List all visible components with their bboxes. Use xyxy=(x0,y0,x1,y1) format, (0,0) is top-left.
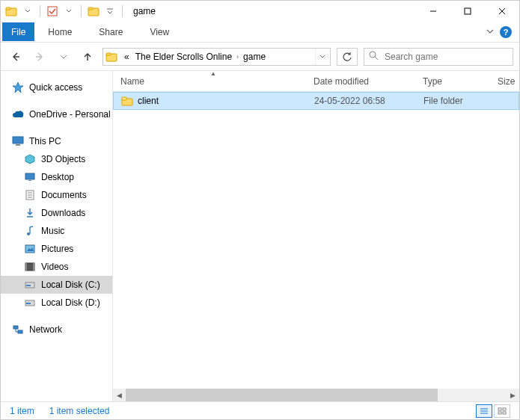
qat-dropdown-icon[interactable] xyxy=(103,4,117,19)
horizontal-scrollbar[interactable]: ◀ ▶ xyxy=(113,389,519,401)
help-icon[interactable]: ? xyxy=(500,26,512,38)
tree-local-disk-d[interactable]: Local Disk (D:) xyxy=(1,294,112,312)
svg-rect-7 xyxy=(465,8,471,14)
tree-music[interactable]: Music xyxy=(1,222,112,240)
tree-label: Downloads xyxy=(41,208,85,218)
search-input[interactable] xyxy=(383,51,508,63)
svg-rect-34 xyxy=(26,285,31,286)
tree-pictures[interactable]: Pictures xyxy=(1,240,112,258)
title-bar: game xyxy=(1,1,519,22)
tree-downloads[interactable]: Downloads xyxy=(1,204,112,222)
file-tab[interactable]: File xyxy=(2,22,34,41)
column-name[interactable]: Name xyxy=(120,76,313,87)
video-icon xyxy=(23,260,37,274)
svg-marker-19 xyxy=(25,155,34,164)
scroll-right-icon[interactable]: ▶ xyxy=(507,389,519,401)
scroll-thumb[interactable] xyxy=(126,389,438,401)
svg-rect-13 xyxy=(106,53,111,55)
music-icon xyxy=(23,224,37,238)
onedrive[interactable]: OneDrive - Personal xyxy=(1,105,112,123)
up-button[interactable] xyxy=(79,48,97,66)
svg-rect-2 xyxy=(48,7,57,16)
svg-point-14 xyxy=(370,52,376,58)
properties-icon[interactable] xyxy=(45,4,60,19)
svg-rect-17 xyxy=(13,137,23,143)
chevron-down-icon[interactable] xyxy=(20,4,35,19)
back-button[interactable] xyxy=(7,48,25,66)
search-box[interactable] xyxy=(364,48,513,66)
tab-view[interactable]: View xyxy=(136,22,183,41)
tab-home[interactable]: Home xyxy=(34,22,85,41)
breadcrumb[interactable]: game xyxy=(240,49,269,65)
svg-rect-47 xyxy=(503,412,506,414)
window-title: game xyxy=(133,6,156,16)
forward-button[interactable] xyxy=(31,48,49,66)
star-icon xyxy=(11,81,25,94)
tree-label: Local Disk (C:) xyxy=(41,280,100,290)
svg-rect-1 xyxy=(6,7,10,10)
address-bar[interactable]: « The Elder Scrolls Online › game xyxy=(103,48,331,66)
tree-label: Music xyxy=(41,226,64,236)
tree-documents[interactable]: Documents xyxy=(1,186,112,204)
pc-icon xyxy=(11,135,25,148)
quick-access[interactable]: Quick access xyxy=(1,78,112,96)
breadcrumb-truncated[interactable]: « xyxy=(121,49,132,65)
svg-marker-16 xyxy=(13,82,23,93)
tree-label: 3D Objects xyxy=(41,154,85,164)
tree-label: OneDrive - Personal xyxy=(29,109,111,120)
cloud-icon xyxy=(11,108,25,121)
scroll-track[interactable] xyxy=(126,389,507,401)
file-date: 24-05-2022 06:58 xyxy=(314,96,423,106)
svg-rect-44 xyxy=(498,408,501,410)
breadcrumb[interactable]: The Elder Scrolls Online xyxy=(132,49,235,65)
selected-count: 1 item selected xyxy=(49,406,110,416)
ribbon-tabs: File Home Share View ? xyxy=(1,22,519,43)
minimize-button[interactable] xyxy=(416,1,450,22)
search-icon xyxy=(369,51,379,63)
divider xyxy=(122,5,123,17)
tree-label: Quick access xyxy=(29,82,82,93)
column-type[interactable]: Type xyxy=(423,76,498,87)
svg-rect-45 xyxy=(503,408,506,410)
divider xyxy=(81,5,82,17)
close-button[interactable] xyxy=(485,1,519,22)
tab-share[interactable]: Share xyxy=(85,22,136,41)
maximize-button[interactable] xyxy=(450,1,485,22)
svg-rect-37 xyxy=(13,326,18,329)
svg-rect-20 xyxy=(25,173,34,179)
ribbon-expand-icon[interactable] xyxy=(486,27,494,37)
folder-icon xyxy=(105,50,118,64)
tree-label: Videos xyxy=(41,262,68,272)
svg-rect-32 xyxy=(33,263,34,271)
chevron-down-icon[interactable] xyxy=(61,4,76,19)
address-dropdown-icon[interactable] xyxy=(315,49,328,65)
icons-view-button[interactable] xyxy=(494,404,510,418)
this-pc[interactable]: This PC xyxy=(1,132,112,150)
details-view-button[interactable] xyxy=(476,404,492,418)
folder-icon xyxy=(121,96,133,106)
picture-icon xyxy=(23,242,37,256)
svg-line-15 xyxy=(375,57,378,60)
disk-icon xyxy=(23,278,37,291)
tree-network[interactable]: Network xyxy=(1,321,112,339)
desktop-icon xyxy=(23,170,37,184)
tree-desktop[interactable]: Desktop xyxy=(1,168,112,186)
address-row: « The Elder Scrolls Online › game xyxy=(1,43,519,71)
tree-videos[interactable]: Videos xyxy=(1,258,112,276)
tree-label: Pictures xyxy=(41,244,73,254)
recent-dropdown-icon[interactable] xyxy=(55,48,73,66)
scroll-left-icon[interactable]: ◀ xyxy=(113,389,126,401)
file-type: File folder xyxy=(423,96,498,106)
column-size[interactable]: Size xyxy=(498,76,519,87)
download-icon xyxy=(23,206,37,220)
column-headers: ▲ Name Date modified Type Size xyxy=(113,71,519,92)
tree-3d-objects[interactable]: 3D Objects xyxy=(1,150,112,168)
tree-local-disk-c[interactable]: Local Disk (C:) xyxy=(1,276,112,294)
refresh-button[interactable] xyxy=(337,48,358,66)
chevron-right-icon[interactable]: › xyxy=(235,53,240,61)
folder-icon xyxy=(4,4,19,19)
svg-rect-21 xyxy=(28,180,31,181)
column-date[interactable]: Date modified xyxy=(313,76,423,87)
file-row[interactable]: client 24-05-2022 06:58 File folder xyxy=(113,92,519,110)
svg-rect-46 xyxy=(498,412,501,414)
